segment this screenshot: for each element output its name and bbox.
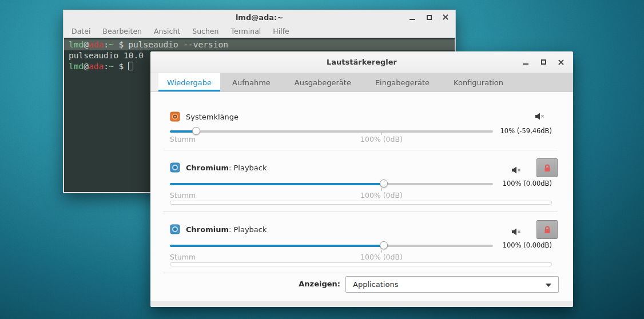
lock-icon: [543, 225, 552, 234]
volume-value-label: 10% (-59,46dB): [483, 127, 552, 135]
volume-slider[interactable]: [170, 245, 493, 247]
menu-item-datei[interactable]: Datei: [71, 27, 90, 35]
playback-tab-content: Systemklänge 10% (-59,46dB) St: [150, 92, 573, 307]
volume-control-window: Lautstärkeregler × Wiedergabe Aufnahme A…: [150, 51, 573, 307]
terminal-title: lmd@ada:~: [236, 13, 283, 22]
prompt-path: ~: [109, 40, 114, 49]
chromium-icon: [170, 162, 180, 173]
volume-slider-handle[interactable]: [380, 241, 388, 249]
chevron-down-icon: [546, 284, 551, 287]
prompt-at: @: [84, 62, 89, 71]
menu-item-hilfe[interactable]: Hilfe: [273, 27, 289, 35]
prompt-path: ~: [109, 62, 114, 71]
volume-slider-handle[interactable]: [192, 127, 200, 135]
maximize-icon[interactable]: [426, 14, 432, 21]
prompt-user: lmd: [69, 40, 84, 49]
terminal-titlebar[interactable]: lmd@ada:~ ×: [63, 10, 455, 24]
volume-slider-fill: [170, 245, 383, 247]
prompt-separator: :: [104, 40, 109, 49]
mute-icon[interactable]: [512, 228, 521, 236]
chromium-icon: [170, 224, 180, 234]
menu-item-ansicht[interactable]: Ansicht: [154, 27, 180, 35]
prompt-dollar: $: [119, 40, 124, 49]
row-separator: [163, 150, 558, 150]
prompt-host: ada: [89, 40, 104, 49]
prompt-at: @: [84, 40, 89, 49]
stream-name: Chromium: [186, 225, 229, 234]
tab-konfiguration[interactable]: Konfiguration: [442, 73, 515, 91]
mixer-title: Lautstärkeregler: [327, 58, 397, 66]
desktop-background: lmd@ada:~ × Datei Bearbeiten Ansicht Suc…: [0, 0, 644, 319]
minimize-icon[interactable]: [409, 14, 416, 21]
prompt-host: ada: [89, 62, 104, 71]
show-filter-label: Anzeigen:: [299, 280, 340, 288]
lock-channels-button[interactable]: [536, 158, 558, 177]
tab-ausgabegeraete[interactable]: Ausgabegeräte: [283, 73, 363, 91]
stream-suffix: : Playback: [229, 225, 267, 234]
tab-aufnahme[interactable]: Aufnahme: [220, 73, 283, 91]
terminal-line-command: lmd@ada:~$pulseaudio --version: [64, 39, 455, 50]
volume-slider[interactable]: [170, 130, 493, 133]
row-separator: [163, 212, 558, 212]
mixer-tab-bar: Wiedergabe Aufnahme Ausgabegeräte Eingab…: [150, 73, 573, 92]
slider-min-label: Stumm: [170, 191, 196, 200]
terminal-cursor: [128, 62, 133, 70]
slider-100-label: 100% (0dB): [313, 253, 450, 261]
slider-min-label: Stumm: [170, 253, 196, 261]
terminal-window-controls: ×: [409, 10, 449, 24]
footer-separator: [163, 273, 558, 273]
stream-name: Chromium: [186, 164, 229, 172]
system-sounds-icon: [170, 111, 180, 122]
volume-slider-fill: [170, 130, 196, 133]
minimize-icon[interactable]: [522, 59, 529, 66]
stream-row-system-sounds: Systemklänge 10% (-59,46dB) St: [170, 110, 558, 150]
volume-slider[interactable]: [170, 183, 493, 185]
volume-value-label: 100% (0,00dB): [483, 241, 552, 249]
typed-command: pulseaudio --version: [128, 40, 228, 49]
tab-wiedergabe[interactable]: Wiedergabe: [158, 73, 220, 91]
lock-channels-button[interactable]: [536, 220, 558, 239]
mixer-window-controls: ×: [522, 51, 565, 73]
peak-meter: [170, 262, 552, 266]
prompt-user: lmd: [69, 62, 84, 71]
prompt-separator: :: [104, 62, 109, 71]
stream-suffix: : Playback: [229, 164, 267, 172]
stream-row-chromium-1: Chromium : Playback: [170, 158, 558, 214]
show-filter-dropdown[interactable]: Applications: [345, 276, 559, 293]
tab-eingabegeraete[interactable]: Eingabegeräte: [363, 73, 442, 91]
terminal-menubar: Datei Bearbeiten Ansicht Suchen Terminal…: [63, 24, 455, 38]
maximize-icon[interactable]: [540, 59, 547, 66]
prompt-dollar: $: [119, 62, 124, 71]
menu-item-terminal[interactable]: Terminal: [230, 27, 261, 35]
menu-item-bearbeiten[interactable]: Bearbeiten: [102, 27, 142, 35]
slider-100-label: 100% (0dB): [313, 135, 450, 143]
lock-icon: [543, 164, 552, 173]
slider-min-label: Stumm: [170, 135, 196, 143]
mixer-titlebar[interactable]: Lautstärkeregler ×: [150, 51, 573, 73]
window-bottom-edge: [150, 301, 573, 307]
volume-value-label: 100% (0,00dB): [483, 180, 552, 188]
slider-100-label: 100% (0dB): [313, 191, 450, 200]
close-icon[interactable]: ×: [558, 59, 565, 66]
stream-row-chromium-2: Chromium : Playback: [170, 220, 558, 276]
mute-icon[interactable]: [512, 166, 521, 174]
volume-slider-fill: [170, 183, 383, 185]
close-icon[interactable]: ×: [442, 14, 449, 21]
volume-slider-handle[interactable]: [380, 180, 388, 188]
peak-meter: [170, 201, 552, 205]
stream-name: Systemklänge: [186, 113, 238, 121]
mute-icon[interactable]: [535, 113, 544, 120]
menu-item-suchen[interactable]: Suchen: [192, 27, 218, 35]
dropdown-selected-value: Applications: [353, 280, 398, 289]
